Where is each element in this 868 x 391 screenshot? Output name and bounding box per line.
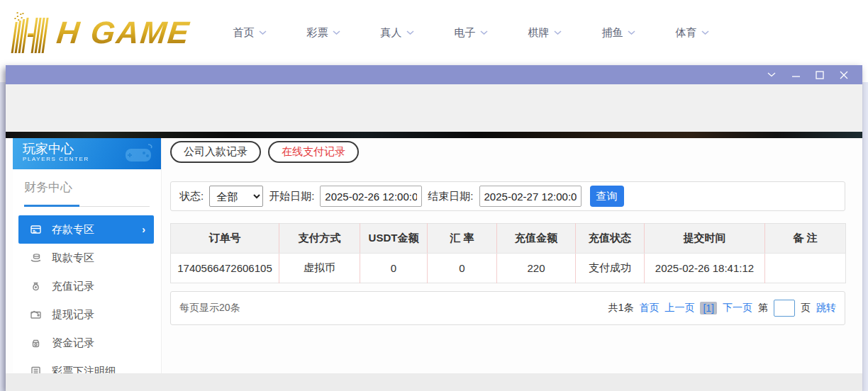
sidebar-item-label: 存款专区 — [52, 223, 94, 237]
jump-link[interactable]: 跳转 — [816, 302, 836, 314]
status-label: 状态: — [179, 190, 204, 203]
col-rate: 汇 率 — [428, 224, 497, 254]
jump-suffix-label: 页 — [801, 302, 811, 314]
chevron-down-icon — [259, 30, 267, 35]
status-select[interactable]: 全部 — [209, 186, 263, 207]
window-titlebar — [6, 65, 862, 84]
cell-pay-method: 虚拟币 — [279, 254, 360, 283]
nav-item-live[interactable]: 真人 — [360, 26, 434, 40]
end-date-label: 结束日期: — [428, 190, 473, 203]
sidebar: 玩家中心 PLAYERS CENTER 财务中心 — [13, 138, 162, 373]
sidebar-item-withdrawal-records[interactable]: 提现记录 — [13, 300, 161, 329]
sidebar-item-label: 充值记录 — [52, 280, 94, 293]
cell-submit-time: 2025-02-26 18:41:12 — [645, 254, 765, 283]
cell-order-no: 1740566472606105 — [171, 254, 279, 283]
cell-remark — [765, 254, 846, 283]
cell-rate: 0 — [428, 254, 497, 283]
content-top-banner — [6, 132, 862, 138]
chevron-down-icon — [701, 30, 709, 35]
sidebar-item-recharge-records[interactable]: 充值记录 — [13, 272, 161, 300]
sidebar-item-withdraw-zone[interactable]: 取款专区 — [13, 244, 161, 272]
col-pay-method: 支付方式 — [279, 224, 360, 254]
window-minimize-button[interactable] — [787, 68, 804, 82]
chevron-down-icon — [333, 30, 340, 35]
current-page-badge: [1] — [700, 302, 717, 314]
page-number-input[interactable] — [774, 300, 795, 317]
nav-item-sports[interactable]: 体育 — [655, 26, 729, 40]
window-maximize-button[interactable] — [811, 68, 828, 82]
jump-prefix-label: 第 — [758, 302, 768, 314]
money-bag-icon — [30, 280, 42, 292]
sidebar-item-label: 资金记录 — [52, 336, 94, 350]
per-page-label: 每页显示20条 — [179, 302, 240, 314]
pager: 共1条 首页 上一页 [1] 下一页 第 页 跳转 — [608, 300, 836, 317]
pagination-bar: 每页显示20条 共1条 首页 上一页 [1] 下一页 第 页 跳转 — [170, 291, 845, 325]
total-count: 共1条 — [608, 302, 634, 314]
chevron-down-icon — [767, 72, 776, 78]
striped-h-gold-icon — [7, 11, 54, 55]
table-header-row: 订单号 支付方式 USDT金额 汇 率 充值金额 充值状态 提交时间 备 注 — [171, 224, 846, 254]
sidebar-menu: 存款专区 › 取款专区 充值记录 — [13, 215, 161, 385]
chevron-down-icon — [480, 30, 488, 35]
chevron-right-icon: › — [142, 224, 145, 235]
nav-item-slots[interactable]: 电子 — [434, 26, 508, 40]
nav-item-lottery[interactable]: 彩票 — [286, 26, 360, 40]
col-order-no: 订单号 — [171, 224, 279, 254]
col-usdt-amount: USDT金额 — [360, 224, 428, 254]
sidebar-header: 玩家中心 PLAYERS CENTER — [13, 138, 161, 169]
coin-purse-icon — [30, 337, 42, 348]
cell-recharge-amount: 220 — [497, 254, 576, 283]
main-nav: 首页 彩票 真人 电子 棋牌 捕鱼 体育 — [213, 0, 729, 65]
window-collapse-button[interactable] — [763, 68, 780, 82]
search-button[interactable]: 查询 — [590, 186, 624, 207]
close-icon — [840, 71, 848, 79]
nav-item-fishing[interactable]: 捕鱼 — [582, 26, 655, 40]
brand-text: H GAME — [55, 15, 191, 50]
brand-logo[interactable]: H GAME — [7, 6, 190, 60]
section-divider-accent — [24, 205, 79, 207]
sidebar-item-label: 提现记录 — [52, 308, 94, 322]
gamepad-icon — [120, 142, 157, 166]
table-row: 1740566472606105 虚拟币 0 0 220 支付成功 2025-0… — [171, 254, 846, 283]
next-page-link[interactable]: 下一页 — [723, 302, 752, 314]
col-recharge-status: 充值状态 — [576, 224, 645, 254]
wallet-icon — [30, 309, 42, 320]
col-submit-time: 提交时间 — [645, 224, 765, 254]
filter-bar: 状态: 全部 开始日期: 结束日期: 查询 — [170, 181, 845, 211]
nav-item-boardgames[interactable]: 棋牌 — [508, 26, 582, 40]
minimize-icon — [791, 72, 801, 79]
chevron-down-icon — [554, 30, 562, 35]
window-footer-strip — [6, 373, 862, 391]
chevron-down-icon — [628, 30, 635, 35]
end-date-input[interactable] — [479, 186, 582, 207]
section-divider — [24, 205, 150, 207]
start-date-input[interactable] — [320, 186, 422, 207]
sidebar-section-title: 财务中心 — [24, 179, 150, 196]
first-page-link[interactable]: 首页 — [639, 302, 659, 314]
app-window: 玩家中心 PLAYERS CENTER 财务中心 — [6, 65, 862, 391]
nav-item-home[interactable]: 首页 — [213, 26, 286, 40]
cell-usdt-amount: 0 — [360, 254, 428, 283]
tab-online-payment-records[interactable]: 在线支付记录 — [268, 141, 359, 163]
sidebar-item-deposit-zone[interactable]: 存款专区 › — [18, 215, 154, 244]
start-date-label: 开始日期: — [269, 190, 314, 203]
record-tabs: 公司入款记录 在线支付记录 — [170, 141, 359, 163]
withdraw-hand-icon — [30, 252, 42, 264]
col-remark: 备 注 — [765, 224, 846, 254]
window-content: 玩家中心 PLAYERS CENTER 财务中心 — [6, 138, 862, 373]
site-header: H GAME 首页 彩票 真人 电子 棋牌 捕鱼 体育 — [0, 0, 868, 65]
deposit-card-icon — [30, 224, 42, 235]
maximize-icon — [816, 71, 824, 79]
prev-page-link[interactable]: 上一页 — [664, 302, 694, 314]
sidebar-item-label: 取款专区 — [52, 251, 94, 265]
tab-company-deposit-records[interactable]: 公司入款记录 — [170, 141, 261, 163]
cell-recharge-status: 支付成功 — [576, 254, 645, 283]
col-recharge-amount: 充值金额 — [497, 224, 576, 254]
chevron-down-icon — [406, 30, 414, 35]
sidebar-item-fund-records[interactable]: 资金记录 — [13, 329, 161, 357]
records-table: 订单号 支付方式 USDT金额 汇 率 充值金额 充值状态 提交时间 备 注 1… — [170, 223, 846, 283]
window-close-button[interactable] — [835, 68, 852, 82]
